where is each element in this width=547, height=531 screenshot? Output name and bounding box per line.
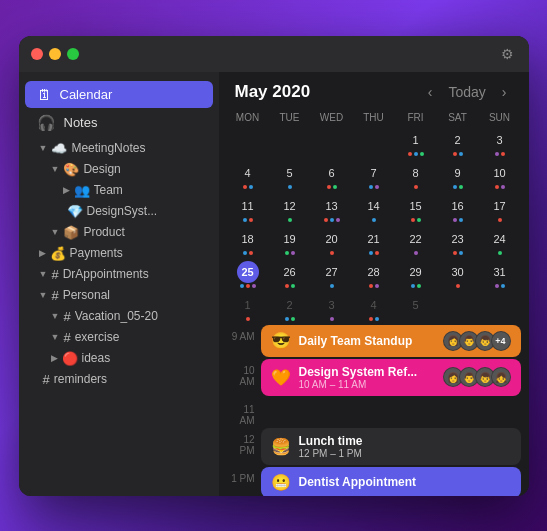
tree-item-label: Payments (70, 246, 207, 260)
cal-today-button[interactable]: Today (442, 82, 491, 102)
cal-cell: 28 (353, 259, 395, 292)
cal-day-number[interactable]: 23 (447, 228, 469, 250)
cal-day-number[interactable]: 14 (363, 195, 385, 217)
close-button[interactable] (31, 48, 43, 60)
cal-dot (414, 251, 418, 255)
cal-cell: 23 (437, 226, 479, 259)
cal-day-number[interactable]: 17 (489, 195, 511, 217)
tree-item-label: MeetingNotes (71, 141, 206, 155)
chevron-icon: ▼ (51, 332, 60, 342)
cal-day-number[interactable]: 12 (279, 195, 301, 217)
cal-day-number[interactable]: 30 (447, 261, 469, 283)
sidebar-item-notes[interactable]: 🎧 Notes (25, 109, 213, 137)
sidebar-item-design[interactable]: ▼🎨Design (23, 159, 215, 180)
cal-day-number[interactable]: 9 (447, 162, 469, 184)
cal-prev-button[interactable]: ‹ (422, 82, 439, 102)
cal-day-number[interactable]: 3 (489, 129, 511, 151)
sidebar-item-team[interactable]: ▶👥Team (23, 180, 215, 201)
cal-day-number[interactable]: 10 (489, 162, 511, 184)
cal-dot (411, 218, 415, 222)
cal-day-number[interactable]: 13 (321, 195, 343, 217)
event-title: Dentist Appointment (299, 475, 511, 489)
sidebar-item-meetingnotes[interactable]: ▼☁️MeetingNotes (23, 138, 215, 159)
cal-day-number[interactable]: 3 (321, 294, 343, 316)
cal-day-number[interactable]: 25 (237, 261, 259, 283)
cal-dot (417, 218, 421, 222)
sidebar-item-product[interactable]: ▼📦Product (23, 222, 215, 243)
cal-dots (355, 284, 393, 288)
event-card-design-ref[interactable]: 🧡Design System Ref...10 AM – 11 AM👩👨👦👧 (261, 359, 521, 396)
cal-cell: 20 (311, 226, 353, 259)
cal-dot (291, 317, 295, 321)
cal-day-number[interactable]: 5 (405, 294, 427, 316)
cal-dots (355, 218, 393, 222)
cal-cell (479, 292, 521, 325)
event-info: Daily Team Standup (299, 334, 439, 348)
cal-dot (375, 251, 379, 255)
event-card-dentist[interactable]: 😬Dentist Appointment (261, 467, 521, 496)
sidebar-item-drappointments[interactable]: ▼#DrAppointments (23, 264, 215, 285)
cal-day-number[interactable]: 1 (405, 129, 427, 151)
cal-cell (311, 127, 353, 160)
cal-day-number[interactable]: 19 (279, 228, 301, 250)
sidebar-item-payments[interactable]: ▶💰Payments (23, 243, 215, 264)
minimize-button[interactable] (49, 48, 61, 60)
chevron-icon: ▶ (39, 248, 46, 258)
cal-day-number[interactable]: 6 (321, 162, 343, 184)
cal-dot (249, 218, 253, 222)
sidebar-item-designsys[interactable]: 💎DesignSyst... (23, 201, 215, 222)
cal-day-number[interactable]: 29 (405, 261, 427, 283)
cal-day-number[interactable]: 5 (279, 162, 301, 184)
cal-day-number[interactable]: 26 (279, 261, 301, 283)
cal-day-number[interactable]: 27 (321, 261, 343, 283)
event-emoji: 😬 (271, 473, 291, 492)
cal-day-number[interactable]: 4 (363, 294, 385, 316)
cal-dot (459, 218, 463, 222)
cal-grid: MONTUEWEDTHUFRISATSUN1234567891011121314… (219, 108, 529, 325)
cal-day-number[interactable]: 1 (237, 294, 259, 316)
time-label: 11 AM (227, 398, 255, 426)
cal-day-number[interactable]: 28 (363, 261, 385, 283)
cal-day-number[interactable]: 15 (405, 195, 427, 217)
cal-day-number[interactable]: 11 (237, 195, 259, 217)
event-card-standup[interactable]: 😎Daily Team Standup👩👨👦+4 (261, 325, 521, 357)
sidebar-item-ideas[interactable]: ▶🔴ideas (23, 348, 215, 369)
cal-day-number[interactable]: 4 (237, 162, 259, 184)
event-time-text: 10 AM – 11 AM (299, 379, 439, 390)
sidebar-item-personal[interactable]: ▼#Personal (23, 285, 215, 306)
cal-dots (271, 218, 309, 222)
cal-day-number[interactable]: 2 (447, 129, 469, 151)
cal-cell: 1 (227, 292, 269, 325)
cal-day-number[interactable]: 8 (405, 162, 427, 184)
cal-next-button[interactable]: › (496, 82, 513, 102)
event-avatars: 👩👨👦+4 (447, 331, 511, 351)
event-card-lunch[interactable]: 🍔Lunch time12 PM – 1 PM (261, 428, 521, 465)
cal-day-number[interactable]: 7 (363, 162, 385, 184)
tree-item-label: Product (83, 225, 206, 239)
cal-day-number[interactable]: 16 (447, 195, 469, 217)
cal-cell: 10 (479, 160, 521, 193)
cal-dot (453, 218, 457, 222)
tree-item-label: exercise (75, 330, 207, 344)
sidebar-item-reminders[interactable]: #reminders (23, 369, 215, 390)
cal-dot (330, 317, 334, 321)
cal-day-number[interactable]: 21 (363, 228, 385, 250)
cal-day-number[interactable]: 2 (279, 294, 301, 316)
sidebar-item-vacation[interactable]: ▼#Vacation_05-20 (23, 306, 215, 327)
event-title: Daily Team Standup (299, 334, 439, 348)
sidebar-item-calendar[interactable]: 🗓 Calendar (25, 81, 213, 108)
cal-cell: 3 (479, 127, 521, 160)
cal-day-number[interactable]: 22 (405, 228, 427, 250)
cal-day-number[interactable]: 18 (237, 228, 259, 250)
time-label: 1 PM (227, 467, 255, 484)
settings-icon[interactable]: ⚙ (499, 45, 517, 63)
cal-day-number[interactable]: 31 (489, 261, 511, 283)
cal-dot (501, 152, 505, 156)
cal-day-number[interactable]: 24 (489, 228, 511, 250)
cal-cell (437, 292, 479, 325)
tree-item-icon: 💰 (50, 246, 66, 261)
maximize-button[interactable] (67, 48, 79, 60)
event-info: Lunch time12 PM – 1 PM (299, 434, 511, 459)
cal-day-number[interactable]: 20 (321, 228, 343, 250)
sidebar-item-exercise[interactable]: ▼#exercise (23, 327, 215, 348)
